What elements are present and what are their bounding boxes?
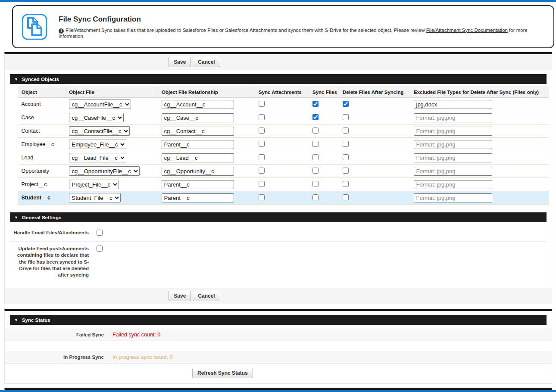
- object-file-select[interactable]: Project_File__c: [69, 180, 119, 189]
- excluded-file-types-cell: [410, 98, 549, 111]
- setting-checkbox[interactable]: [97, 230, 103, 236]
- object-file-relationship-input[interactable]: [162, 167, 234, 176]
- synced-object-row: Contactcg__ContactFile__c: [18, 124, 549, 138]
- sync-attachments-checkbox[interactable]: [259, 168, 265, 174]
- bottom-buttons-row: SaveCancel: [5, 288, 552, 304]
- synced-object-row: Leadcg__Lead_File__c: [18, 151, 549, 165]
- excluded-file-types-cell: [410, 165, 549, 178]
- excluded-file-types-cell: [410, 151, 549, 165]
- sync-files-checkbox[interactable]: [312, 194, 319, 200]
- synced-object-row: Employee__cEmployee_File__c: [18, 138, 549, 151]
- failed-sync-label: Failed Sync: [5, 332, 104, 337]
- save-button[interactable]: Save: [169, 57, 191, 67]
- object-name-cell: Lead: [18, 151, 66, 165]
- sync-files-checkbox[interactable]: [312, 154, 319, 160]
- sync-files-checkbox[interactable]: [312, 128, 319, 134]
- collapse-triangle-icon[interactable]: [14, 318, 18, 322]
- object-file-select[interactable]: cg__AccountFile__c: [69, 100, 131, 109]
- sync-attachments-checkbox[interactable]: [259, 101, 265, 107]
- sync-attachments-checkbox[interactable]: [259, 128, 265, 134]
- documentation-link[interactable]: File/Attachment Sync Documentation: [426, 28, 508, 33]
- cancel-button[interactable]: Cancel: [193, 291, 220, 301]
- excluded-file-types-input[interactable]: [414, 140, 492, 149]
- object-file-select[interactable]: Student_File__c: [69, 193, 121, 202]
- sync-files-checkbox[interactable]: [312, 181, 319, 187]
- excluded-file-types-input[interactable]: [414, 127, 492, 136]
- delete-files-after-syncing-checkbox[interactable]: [343, 168, 349, 174]
- config-form-block: SaveCancel Synced Objects ObjectObject F…: [4, 52, 552, 304]
- synced-objects-section-header[interactable]: Synced Objects: [10, 74, 547, 84]
- delete-files-after-syncing-checkbox[interactable]: [343, 128, 349, 134]
- refresh-sync-status-button[interactable]: Refresh Sync Status: [192, 368, 253, 378]
- excluded-file-types-input[interactable]: [414, 193, 492, 202]
- object-file-relationship-input[interactable]: [162, 113, 234, 122]
- object-name-cell: Contact: [18, 124, 66, 138]
- sync-files-checkbox-cell: [309, 111, 339, 124]
- object-file-relationship-cell: [158, 124, 255, 138]
- setting-row: Update Feed posts/comments containing fi…: [10, 242, 547, 288]
- delete-files-after-syncing-checkbox[interactable]: [343, 181, 349, 187]
- collapse-triangle-icon[interactable]: [14, 77, 18, 81]
- object-file-select[interactable]: cg__Lead_File__c: [69, 153, 126, 162]
- object-file-relationship-input[interactable]: [162, 127, 234, 136]
- failed-sync-count: Failed sync count: 0: [112, 332, 160, 338]
- save-button[interactable]: Save: [169, 291, 191, 301]
- excluded-file-types-input[interactable]: [414, 180, 492, 189]
- cancel-button[interactable]: Cancel: [193, 57, 220, 67]
- sync-files-checkbox[interactable]: [312, 114, 319, 120]
- setting-checkbox[interactable]: [97, 246, 103, 252]
- column-header: Delete Files After Syncing: [339, 87, 410, 98]
- delete-files-after-syncing-checkbox[interactable]: [343, 141, 349, 147]
- section-title: General Settings: [22, 215, 61, 220]
- object-file-select[interactable]: cg__OpportunityFile__c: [69, 166, 140, 176]
- delete-files-after-syncing-checkbox[interactable]: [343, 114, 349, 120]
- excluded-file-types-input[interactable]: [414, 113, 492, 122]
- sync-attachments-checkbox[interactable]: [259, 141, 265, 147]
- sync-attachments-checkbox[interactable]: [259, 154, 265, 160]
- sync-attachments-checkbox[interactable]: [259, 181, 265, 187]
- excluded-file-types-input[interactable]: [414, 167, 492, 176]
- delete-files-after-syncing-checkbox[interactable]: [343, 154, 349, 160]
- sync-files-checkbox-cell: [309, 151, 339, 165]
- object-file-select[interactable]: cg__CaseFile__c: [69, 113, 124, 122]
- object-file-select[interactable]: Employee_File__c: [69, 140, 126, 149]
- delete-files-after-syncing-checkbox-cell: [339, 98, 410, 111]
- object-file-relationship-input[interactable]: [162, 180, 234, 189]
- sync-files-checkbox[interactable]: [312, 141, 319, 147]
- sync-files-checkbox-cell: [309, 165, 339, 178]
- delete-files-after-syncing-checkbox[interactable]: [343, 101, 349, 107]
- delete-files-after-syncing-checkbox-cell: [339, 151, 410, 165]
- setting-row: Handle Email Files/Attachments: [10, 226, 547, 242]
- delete-files-after-syncing-checkbox[interactable]: [343, 194, 349, 200]
- column-header: Sync Files: [309, 87, 339, 98]
- excluded-file-types-cell: [410, 138, 549, 151]
- excluded-file-types-input[interactable]: [414, 100, 492, 109]
- sync-attachments-checkbox[interactable]: [259, 194, 265, 200]
- collapse-triangle-icon[interactable]: [14, 215, 18, 220]
- sync-files-checkbox-cell: [309, 124, 339, 138]
- sync-attachments-checkbox-cell: [255, 165, 309, 178]
- object-file-relationship-input[interactable]: [162, 140, 234, 149]
- sync-status-section-header[interactable]: Sync Status: [10, 315, 547, 325]
- object-file-relationship-cell: [158, 178, 255, 191]
- delete-files-after-syncing-checkbox-cell: [339, 191, 410, 205]
- column-header: Excluded File Types for Delete After Syn…: [410, 87, 549, 98]
- sync-files-checkbox[interactable]: [312, 101, 319, 107]
- sync-attachments-checkbox[interactable]: [259, 114, 265, 120]
- excluded-file-types-input[interactable]: [414, 153, 492, 162]
- delete-files-after-syncing-checkbox-cell: [339, 165, 410, 178]
- page-description: File/Attachment Sync takes files that ar…: [59, 28, 545, 39]
- synced-object-row: Student__cStudent_File__c: [18, 191, 549, 205]
- object-name-cell: Case: [18, 111, 66, 124]
- object-name-cell: Account: [18, 98, 66, 111]
- sync-files-checkbox[interactable]: [312, 168, 319, 174]
- general-settings-section-header[interactable]: General Settings: [10, 212, 547, 222]
- object-file-relationship-input[interactable]: [162, 100, 234, 109]
- object-file-relationship-input[interactable]: [162, 193, 234, 202]
- sync-attachments-checkbox-cell: [255, 178, 309, 191]
- delete-files-after-syncing-checkbox-cell: [339, 138, 410, 151]
- object-file-relationship-cell: [158, 191, 255, 205]
- object-file-select[interactable]: cg__ContactFile__c: [69, 126, 130, 136]
- info-icon: [59, 28, 64, 34]
- object-file-relationship-input[interactable]: [162, 153, 234, 162]
